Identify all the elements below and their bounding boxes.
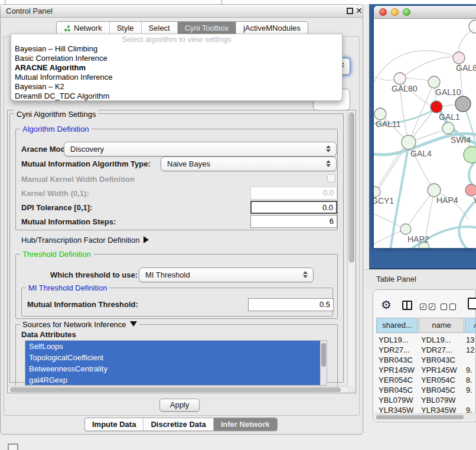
window-close-traffic-icon[interactable] [379, 8, 387, 16]
tab-infer-network[interactable]: Infer Network [214, 418, 277, 431]
tab-cyni-toolbox[interactable]: Cyni Toolbox [178, 22, 236, 34]
network-node-gal80[interactable] [394, 73, 406, 84]
table-hscroll-thumb[interactable] [376, 415, 464, 419]
node-label-gal10: GAL10 [435, 87, 461, 97]
table-cell: YDR27... [421, 345, 452, 355]
sources-legend[interactable]: Sources for Network Inference [20, 320, 139, 329]
algorithm-dropdown-placeholder: Select algorithm to view settings [11, 34, 342, 44]
window-minimize-traffic-icon[interactable] [391, 8, 399, 16]
table-cell: YBL079W [379, 395, 413, 405]
kernel-width-label: Kernel Width (0,1): [21, 189, 89, 198]
hub-definition-expander[interactable]: Hub/Transcription Factor Definition [21, 236, 149, 244]
attribute-list-item[interactable]: gal4RGexp [25, 374, 327, 386]
tab-label: jActiveMNodules [243, 24, 301, 32]
dropdown-item[interactable]: Bayesian – Hill Climbing [11, 44, 342, 54]
mini-float-icon[interactable] [8, 444, 18, 450]
aracne-mode-select[interactable]: Discovery [64, 142, 337, 156]
table-cell: YBR045C [379, 385, 413, 395]
network-canvas[interactable]: GAL8GAL80GAL10GAL1GAL11SWI4GAL4GCY1HAP4Y… [374, 19, 476, 248]
settings-hscroll-thumb[interactable] [10, 387, 341, 392]
tab-label: Style [117, 24, 134, 32]
tab-impute-data[interactable]: Impute Data [85, 418, 144, 431]
attribute-list-item[interactable]: TopologicalCoefficient [25, 352, 327, 363]
network-node-gal10[interactable] [428, 76, 440, 88]
control-panel-titlebar[interactable] [1, 5, 363, 18]
mi-steps-label: Mutual Information Steps: [21, 217, 116, 226]
select-all-checkbox-icon[interactable]: ✓ [420, 304, 426, 310]
table-cell: 12 [466, 345, 474, 355]
network-node-gal11[interactable] [374, 108, 386, 120]
network-node-gal1[interactable] [431, 101, 442, 113]
table-cell: YBL079W [421, 395, 456, 405]
mi-threshold-label: Mutual Information Threshold: [27, 300, 138, 309]
export-table-icon[interactable] [468, 298, 476, 309]
dropdown-item[interactable]: Dream8 DC_TDC Algorithm [11, 92, 342, 101]
dropdown-item[interactable]: ARACNE Algorithm [11, 63, 342, 73]
dropdown-item[interactable]: Basic Correlation Inference [11, 54, 342, 63]
table-row[interactable]: YBR043CYBR043C [376, 355, 476, 365]
network-node[interactable] [464, 146, 476, 163]
control-panel-title: Control Panel [6, 6, 53, 15]
table-columns-icon[interactable] [402, 301, 412, 310]
dpi-tolerance-input[interactable]: 0.0 [250, 201, 337, 214]
deselect-all-checkbox-icon[interactable] [449, 304, 456, 310]
deselect-all-checkbox-icon[interactable] [441, 304, 447, 310]
column-header-name[interactable]: name [419, 318, 464, 333]
network-node-hap4[interactable] [428, 184, 441, 197]
window-zoom-traffic-icon[interactable] [403, 8, 410, 16]
attributes-list-scroll-thumb[interactable] [321, 343, 326, 367]
float-window-icon[interactable] [347, 8, 353, 14]
dropdown-item[interactable]: Bayesian – K2 [11, 82, 342, 92]
mi-threshold-input[interactable]: 0.5 [248, 298, 334, 311]
attribute-list-item[interactable]: SelfLoops [25, 341, 327, 352]
tab-select[interactable]: Select [142, 22, 178, 34]
data-attributes-list[interactable]: SelfLoopsTopologicalCoefficientBetweenne… [25, 340, 327, 386]
network-node-gal8[interactable] [453, 52, 465, 64]
table-row[interactable]: YLR345WYLR345W9. [376, 405, 476, 413]
network-node-hap2[interactable] [400, 224, 411, 234]
table-row[interactable]: YPR145WYPR145W9. [376, 365, 476, 375]
table-row[interactable]: YDR27...YDR27...12 [376, 345, 476, 355]
attribute-list-item[interactable]: BetweennessCentrality [25, 363, 327, 374]
column-header-partial[interactable]: A [465, 318, 476, 333]
tab-jactivemnodules[interactable]: jActiveMNodules [236, 22, 308, 34]
table-cell: 9. [466, 405, 472, 413]
control-panel-tabbar: NetworkStyleSelectCyni ToolboxjActiveMNo… [56, 21, 308, 35]
dpi-tolerance-label: DPI Tolerance [0,1]: [21, 203, 92, 212]
dropdown-item[interactable]: Mutual Information Inference [11, 73, 342, 82]
network-node-swi4[interactable] [442, 122, 454, 134]
table-cell: 13 [466, 335, 474, 345]
settings-vscroll-thumb[interactable] [348, 112, 354, 263]
network-node-gal4[interactable] [402, 135, 416, 149]
mi-algorithm-type-select[interactable]: Naive Bayes [161, 156, 337, 171]
collapse-arrow-icon [130, 321, 137, 327]
table-row[interactable]: YDL19...YDL19...13 [376, 335, 476, 345]
select-all-checkbox-icon[interactable]: ✓ [429, 304, 435, 310]
kernel-width-input[interactable]: 0.0 [250, 187, 337, 200]
network-node-y[interactable] [465, 184, 476, 196]
hub-definition-label: Hub/Transcription Factor Definition [21, 236, 139, 244]
manual-kernel-width-checkbox[interactable] [327, 174, 335, 182]
tab-style[interactable]: Style [110, 22, 142, 34]
tab-network[interactable]: Network [57, 22, 110, 34]
top-tick-right [221, 0, 222, 4]
which-threshold-value: MI Threshold [145, 270, 190, 279]
node-label-gal11: GAL11 [376, 119, 401, 129]
close-icon[interactable]: ✕ [356, 6, 363, 15]
table-row[interactable]: YBR045CYBR045C9. [376, 385, 476, 395]
combo-spinner-icon [326, 145, 331, 152]
mi-steps-input[interactable]: 6 [250, 215, 337, 228]
which-threshold-select[interactable]: MI Threshold [139, 268, 314, 282]
column-header-shared-name[interactable]: shared... [376, 318, 418, 333]
table-cell: YER054C [379, 375, 413, 385]
network-window-titlebar[interactable] [374, 6, 476, 19]
apply-button[interactable]: Apply [159, 399, 200, 412]
tab-discretize-data[interactable]: Discretize Data [144, 418, 213, 431]
data-attributes-label: Data Attributes [21, 330, 76, 339]
cyni-bottom-tabbar: Impute DataDiscretize DataInfer Network [84, 418, 278, 431]
table-row[interactable]: YER054CYER054C8. [376, 375, 476, 385]
network-node[interactable] [455, 96, 471, 112]
top-tick-left [5, 0, 5, 4]
table-row[interactable]: YBL079WYBL079W [376, 395, 476, 405]
table-settings-gear-icon[interactable]: ⚙ [381, 298, 392, 312]
